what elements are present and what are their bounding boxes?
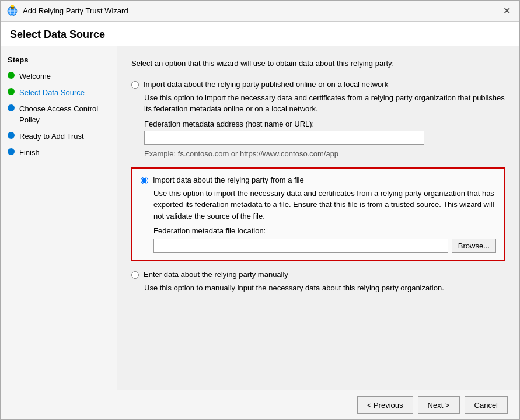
- option1-row: Import data about the relying party publ…: [131, 80, 505, 89]
- option2-label[interactable]: Import data about the relying party from…: [153, 176, 304, 184]
- step-dot-choose-access: [8, 104, 15, 111]
- option3-group: Enter data about the relying party manua…: [131, 270, 505, 294]
- title-bar-title: Add Relying Party Trust Wizard: [23, 6, 128, 15]
- federation-metadata-address-input[interactable]: [144, 131, 424, 145]
- option1-field-group: Federation metadata address (host name o…: [144, 120, 505, 145]
- option1-radio[interactable]: [131, 81, 139, 89]
- sidebar-item-welcome: Welcome: [8, 71, 110, 82]
- step-dot-welcome: [8, 72, 15, 79]
- option1-label[interactable]: Import data about the relying party publ…: [144, 80, 388, 89]
- sidebar-label-ready: Ready to Add Trust: [19, 131, 84, 142]
- option2-selected-box: Import data about the relying party from…: [131, 167, 505, 261]
- close-button[interactable]: ✕: [500, 4, 514, 18]
- sidebar-item-choose-access: Choose Access Control Policy: [8, 104, 110, 125]
- page-title: Select Data Source: [10, 29, 510, 41]
- title-bar: AD Add Relying Party Trust Wizard ✕: [1, 1, 519, 22]
- sidebar-item-finish: Finish: [8, 148, 110, 158]
- option2-field-label: Federation metadata file location:: [153, 226, 496, 235]
- sidebar: Steps Welcome Select Data Source Choose …: [1, 46, 117, 390]
- main-content: Select an option that this wizard will u…: [117, 46, 519, 390]
- step-dot-finish: [8, 148, 15, 155]
- step-dot-ready: [8, 132, 15, 139]
- sidebar-title: Steps: [8, 55, 110, 64]
- next-button[interactable]: Next >: [418, 396, 460, 414]
- main-window: AD Add Relying Party Trust Wizard ✕ Sele…: [0, 0, 520, 420]
- option3-radio[interactable]: [131, 271, 139, 279]
- cancel-button[interactable]: Cancel: [465, 396, 508, 414]
- svg-text:AD: AD: [10, 6, 15, 9]
- option3-desc: Use this option to manually input the ne…: [144, 282, 505, 294]
- option1-field-label: Federation metadata address (host name o…: [144, 120, 505, 128]
- title-bar-left: AD Add Relying Party Trust Wizard: [6, 5, 128, 17]
- option1-group: Import data about the relying party publ…: [131, 80, 505, 158]
- page-header: Select Data Source: [1, 22, 519, 46]
- option2-row: Import data about the relying party from…: [141, 176, 496, 184]
- content-area: Steps Welcome Select Data Source Choose …: [1, 46, 519, 390]
- instructions-text: Select an option that this wizard will u…: [131, 58, 505, 69]
- wizard-icon: AD: [6, 5, 18, 17]
- option3-label[interactable]: Enter data about the relying party manua…: [144, 270, 288, 279]
- sidebar-label-welcome: Welcome: [19, 71, 51, 82]
- step-dot-select-data-source: [8, 88, 15, 95]
- sidebar-label-finish: Finish: [19, 148, 40, 158]
- option3-row: Enter data about the relying party manua…: [131, 270, 505, 279]
- federation-metadata-file-input[interactable]: [153, 239, 448, 253]
- option2-radio[interactable]: [141, 177, 148, 184]
- browse-row: Browse...: [153, 239, 496, 253]
- sidebar-item-select-data-source: Select Data Source: [8, 88, 110, 98]
- option2-desc: Use this option to import the necessary …: [153, 188, 496, 222]
- footer: < Previous Next > Cancel: [1, 390, 519, 419]
- sidebar-item-ready: Ready to Add Trust: [8, 131, 110, 142]
- previous-button[interactable]: < Previous: [357, 396, 413, 414]
- browse-button[interactable]: Browse...: [452, 239, 496, 253]
- option1-example: Example: fs.contoso.com or https://www.c…: [144, 149, 505, 158]
- option1-desc: Use this option to import the necessary …: [144, 92, 505, 115]
- sidebar-label-select-data-source: Select Data Source: [19, 88, 85, 98]
- sidebar-label-choose-access: Choose Access Control Policy: [19, 104, 110, 125]
